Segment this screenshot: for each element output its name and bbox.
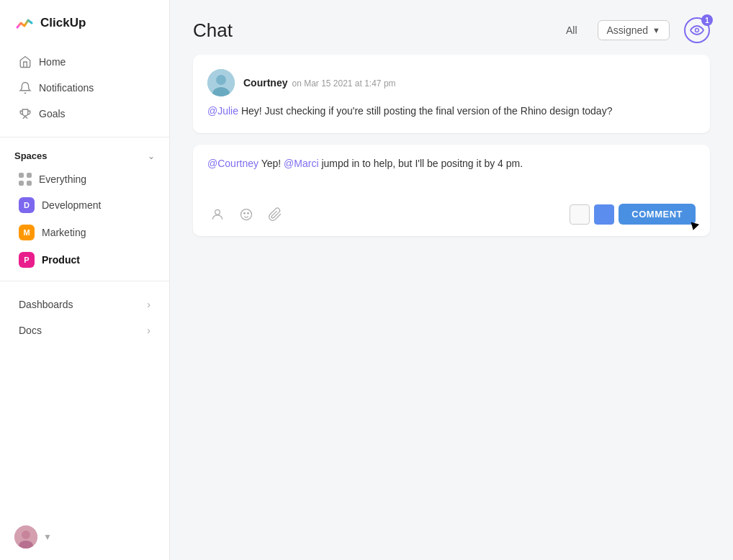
home-icon <box>19 55 32 68</box>
action-box-1[interactable] <box>570 204 590 225</box>
spaces-header[interactable]: Spaces ⌄ <box>0 145 169 167</box>
watch-button[interactable]: 1 <box>684 17 710 43</box>
svg-point-1 <box>22 530 30 539</box>
message-time: on Mar 15 2021 at 1:47 pm <box>292 78 395 89</box>
svg-point-3 <box>696 29 699 32</box>
reply-mention-2: @Marci <box>284 158 318 169</box>
compose-reply-text[interactable]: @Courtney Yep! @Marci jumpd in to help, … <box>207 156 696 192</box>
sidebar-nav: Home Notifications Goals <box>0 46 169 130</box>
sidebar-item-development-label: Development <box>42 199 102 211</box>
sidebar-item-marketing-label: Marketing <box>42 227 86 238</box>
svg-point-8 <box>241 209 252 220</box>
clickup-logo-icon <box>14 13 35 33</box>
divider-2 <box>0 281 169 281</box>
courtney-avatar <box>207 69 235 96</box>
development-badge: D <box>19 197 35 213</box>
sidebar-item-goals[interactable]: Goals <box>4 101 165 127</box>
attachment-icon[interactable] <box>265 204 285 225</box>
marketing-badge: M <box>19 225 35 240</box>
sidebar-item-dashboards[interactable]: Dashboards › <box>4 292 165 317</box>
sidebar-item-home[interactable]: Home <box>4 49 165 75</box>
message-text: Hey! Just checking if you're still posti… <box>238 105 612 117</box>
spaces-title: Spaces <box>14 150 48 161</box>
action-box-2[interactable] <box>594 204 614 225</box>
filter-all-button[interactable]: All <box>560 22 583 39</box>
svg-point-5 <box>216 75 226 85</box>
docs-label: Docs <box>19 325 42 336</box>
trophy-icon <box>19 107 32 120</box>
sidebar-item-development[interactable]: D Development <box>4 191 165 219</box>
sidebar-section-bottom: Dashboards › Docs › <box>0 289 169 346</box>
svg-point-7 <box>215 209 220 214</box>
divider-1 <box>0 137 169 137</box>
message-card-courtney: Courtney on Mar 15 2021 at 1:47 pm @Juli… <box>193 55 710 133</box>
message-header: Courtney on Mar 15 2021 at 1:47 pm <box>207 69 696 96</box>
comment-button[interactable]: COMMENT <box>619 204 696 225</box>
sidebar-item-marketing[interactable]: M Marketing <box>4 219 165 246</box>
svg-point-10 <box>248 212 249 214</box>
chat-area: Courtney on Mar 15 2021 at 1:47 pm @Juli… <box>170 55 733 560</box>
logo-text: ClickUp <box>40 16 86 30</box>
sidebar-item-notifications-label: Notifications <box>39 82 94 94</box>
compose-area: @Courtney Yep! @Marci jumpd in to help, … <box>193 145 710 236</box>
assigned-label: Assigned <box>607 24 649 36</box>
chevron-down-user-icon: ▼ <box>43 532 52 542</box>
compose-toolbar: COMMENT <box>207 204 696 225</box>
user-avatar[interactable] <box>14 525 37 548</box>
sidebar-item-docs[interactable]: Docs › <box>4 317 165 343</box>
sidebar-item-goals-label: Goals <box>39 108 66 119</box>
message-author: Courtney <box>243 77 287 89</box>
product-badge: P <box>19 252 35 268</box>
chevron-down-icon: ⌄ <box>148 151 155 161</box>
reply-text-2: jumpd in to help, but I'll be positng it… <box>319 158 523 169</box>
sidebar-item-everything-label: Everything <box>39 173 86 185</box>
chevron-right-icon: › <box>147 299 150 310</box>
message-mention: @Julie <box>207 105 238 117</box>
logo[interactable]: ClickUp <box>0 0 169 46</box>
message-body: @Julie Hey! Just checking if you're stil… <box>207 104 696 119</box>
watch-count-badge: 1 <box>701 14 713 26</box>
main-content: Chat All Assigned ▼ 1 <box>170 0 733 560</box>
bell-icon <box>19 81 32 94</box>
compose-tools <box>207 204 285 225</box>
svg-point-9 <box>244 212 246 214</box>
chat-title: Chat <box>193 19 546 42</box>
emoji-icon[interactable] <box>236 204 256 225</box>
sidebar-item-product[interactable]: P Product <box>4 246 165 274</box>
reply-text-1: Yep! <box>258 158 284 169</box>
chevron-right-icon-2: › <box>147 325 150 336</box>
dashboards-label: Dashboards <box>19 299 73 310</box>
grid-dots-icon <box>19 173 32 186</box>
sidebar-item-product-label: Product <box>42 254 80 266</box>
compose-actions: COMMENT <box>570 204 696 225</box>
chevron-down-filter-icon: ▼ <box>652 26 660 35</box>
reply-mention-1: @Courtney <box>207 158 258 169</box>
chat-header: Chat All Assigned ▼ 1 <box>170 0 733 55</box>
filter-assigned-button[interactable]: Assigned ▼ <box>598 20 670 40</box>
sidebar-footer: ▼ <box>0 514 169 560</box>
sidebar-item-everything[interactable]: Everything <box>4 167 165 191</box>
sidebar-item-home-label: Home <box>39 56 66 68</box>
message-meta: Courtney on Mar 15 2021 at 1:47 pm <box>243 77 396 89</box>
sidebar: ClickUp Home Notifications <box>0 0 170 560</box>
mention-person-icon[interactable] <box>207 204 228 225</box>
avatar-image <box>14 525 37 548</box>
sidebar-item-notifications[interactable]: Notifications <box>4 75 165 101</box>
